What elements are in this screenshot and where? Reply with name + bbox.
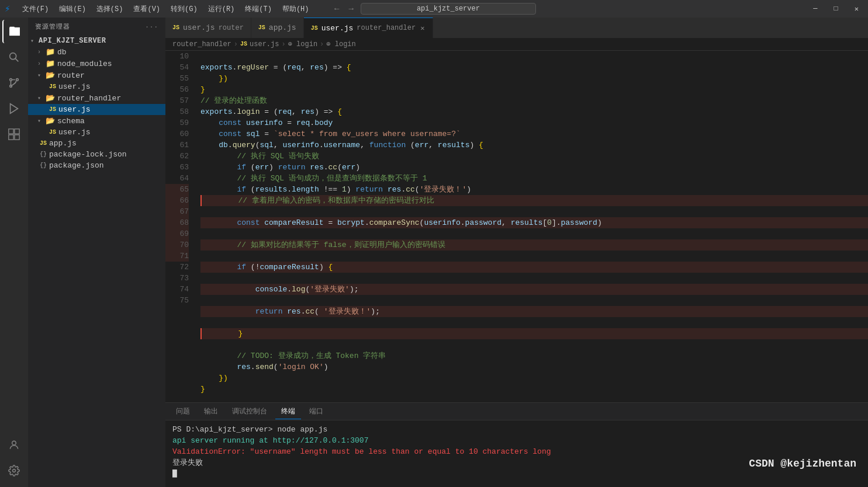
tree-label-router: router <box>57 71 85 80</box>
terminal-cursor: █ <box>172 468 861 479</box>
svg-rect-9 <box>9 135 13 140</box>
menu-bar: 文件(F) 编辑(E) 选择(S) 查看(V) 转到(G) 运行(R) 终端(T… <box>18 3 314 15</box>
menu-edit[interactable]: 编辑(E) <box>54 3 91 15</box>
tree-item-schema[interactable]: ▾ 📂 schema <box>28 115 165 127</box>
folder-icon: 📁 <box>46 47 55 57</box>
breadcrumb-userjs[interactable]: user.js <box>250 40 279 48</box>
svg-rect-8 <box>15 129 19 134</box>
panel-tabs: 问题 输出 调试控制台 终端 端口 <box>165 403 868 420</box>
nav-forward-button[interactable]: → <box>347 3 356 15</box>
json-file-icon: {} <box>40 162 47 169</box>
title-bar-right: — □ ✕ <box>536 4 863 15</box>
tree-label-router-handler: router_handler <box>57 94 121 103</box>
activity-bar <box>0 18 28 487</box>
svg-point-1 <box>10 53 16 60</box>
sidebar-title: 资源管理器 <box>35 22 70 31</box>
tree-item-node-modules[interactable]: › 📁 node_modules <box>28 58 165 69</box>
tree-label-pkg: package.json <box>49 161 104 170</box>
breadcrumb-router-handler[interactable]: router_handler <box>172 40 231 48</box>
tab-user-router[interactable]: JS user.js router <box>165 18 251 38</box>
tree-label-appjs: app.js <box>49 139 77 148</box>
menu-help[interactable]: 帮助(H) <box>278 3 314 15</box>
chevron-right-icon: › <box>37 61 46 67</box>
tree-item-pkglock[interactable]: {} package-lock.json <box>28 149 165 160</box>
tab-label-user-router: user.js <box>183 23 215 32</box>
tree-item-db[interactable]: › 📁 db <box>28 46 165 58</box>
svg-point-5 <box>10 79 12 81</box>
title-bar-center: ← → api_kjzt_server <box>332 3 536 15</box>
tree-label-schema: schema <box>57 117 85 126</box>
tree-item-schema-userjs[interactable]: JS user.js <box>28 127 165 138</box>
breadcrumb-js-icon: JS <box>240 41 247 47</box>
search-icon[interactable] <box>2 46 26 69</box>
tree-item-appjs[interactable]: JS app.js <box>28 138 165 149</box>
chevron-down-icon: ▾ <box>37 72 46 79</box>
watermark: CSDN @kejizhentan <box>749 458 856 469</box>
code-text[interactable]: exports.regUser = (req, res) => { }) } /… <box>193 51 868 402</box>
js-tab-icon: JS <box>258 25 265 31</box>
tree-label-router-userjs: user.js <box>58 82 91 91</box>
close-button[interactable]: ✕ <box>850 4 863 15</box>
svg-marker-6 <box>11 104 18 114</box>
breadcrumb-sep2: › <box>281 40 285 48</box>
menu-select[interactable]: 选择(S) <box>92 3 128 15</box>
tree-item-router-userjs[interactable]: JS user.js <box>28 81 165 92</box>
tree-label-root: API_KJZT_SERVER <box>39 37 106 45</box>
menu-goto[interactable]: 转到(G) <box>166 3 202 15</box>
tree-label-pkglock: package-lock.json <box>49 150 127 159</box>
search-bar[interactable]: api_kjzt_server <box>361 3 536 15</box>
tree-item-router[interactable]: ▾ 📂 router <box>28 69 165 81</box>
explorer-icon[interactable] <box>2 20 26 43</box>
sidebar-header: 资源管理器 ··· <box>28 18 165 36</box>
code-editor: 10 54 55 56 57 58 59 60 61 62 63 64 65 6… <box>165 51 868 402</box>
tab-user-handler[interactable]: JS user.js router_handler ✕ <box>304 18 434 38</box>
breadcrumb-login1[interactable]: ⊕ login <box>288 40 317 48</box>
tree-item-pkg[interactable]: {} package.json <box>28 160 165 171</box>
tree-item-handler-userjs[interactable]: JS user.js <box>28 104 165 115</box>
tab-appjs[interactable]: JS app.js <box>251 18 304 38</box>
tree-item-root[interactable]: ▾ API_KJZT_SERVER <box>28 36 165 46</box>
tab-label-appjs: app.js <box>269 23 296 32</box>
folder-open-icon: 📂 <box>46 116 55 126</box>
menu-run[interactable]: 运行(R) <box>203 3 240 15</box>
git-icon[interactable] <box>2 71 26 95</box>
vscode-logo: ⚡ <box>5 3 11 15</box>
js-file-icon: JS <box>49 129 56 135</box>
minimize-button[interactable]: — <box>808 4 822 15</box>
nav-back-button[interactable]: ← <box>332 3 341 15</box>
title-bar: ⚡ 文件(F) 编辑(E) 选择(S) 查看(V) 转到(G) 运行(R) 终端… <box>0 0 868 18</box>
account-icon[interactable] <box>2 433 26 457</box>
debug-icon[interactable] <box>2 97 26 120</box>
tab-close-button[interactable]: ✕ <box>419 23 426 34</box>
menu-view[interactable]: 查看(V) <box>129 3 165 15</box>
editor-area: JS user.js router JS app.js JS user.js r… <box>165 18 868 487</box>
panel: 问题 输出 调试控制台 终端 端口 PS D:\api_kjzt_server>… <box>165 402 868 487</box>
file-tree: ▾ API_KJZT_SERVER › 📁 db › 📁 node_module… <box>28 36 165 487</box>
settings-icon[interactable] <box>2 459 26 482</box>
extensions-icon[interactable] <box>2 123 26 146</box>
maximize-button[interactable]: □ <box>829 4 843 15</box>
chevron-down-icon: ▾ <box>37 117 46 124</box>
panel-tab-problems[interactable]: 问题 <box>170 404 196 419</box>
tree-item-router-handler[interactable]: ▾ 📂 router_handler <box>28 92 165 104</box>
chevron-right-icon: › <box>37 49 46 55</box>
sidebar: 资源管理器 ··· ▾ API_KJZT_SERVER › 📁 db › 📁 n… <box>28 18 165 487</box>
tree-label-db: db <box>57 48 67 57</box>
sidebar-options-button[interactable]: ··· <box>145 23 158 30</box>
terminal-success: api server running at http://127.0.0.1:3… <box>172 435 861 446</box>
line-numbers: 10 54 55 56 57 58 59 60 61 62 63 64 65 6… <box>165 51 193 402</box>
code-content[interactable]: 10 54 55 56 57 58 59 60 61 62 63 64 65 6… <box>165 51 868 402</box>
panel-tab-output[interactable]: 输出 <box>198 404 224 419</box>
terminal-error: ValidationError: "username" length must … <box>172 446 861 457</box>
menu-terminal[interactable]: 终端(T) <box>240 3 276 15</box>
json-file-icon: {} <box>40 151 47 158</box>
tree-label-schema-userjs: user.js <box>58 128 91 137</box>
breadcrumb-sep: › <box>234 40 238 48</box>
panel-tab-debug[interactable]: 调试控制台 <box>226 404 273 419</box>
panel-tab-ports[interactable]: 端口 <box>303 404 329 419</box>
breadcrumb-login2[interactable]: ⊕ login <box>326 40 355 48</box>
menu-file[interactable]: 文件(F) <box>18 3 54 15</box>
tree-label-handler-userjs: user.js <box>58 105 91 114</box>
breadcrumb: router_handler › JS user.js › ⊕ login › … <box>165 38 868 51</box>
panel-tab-terminal[interactable]: 终端 <box>275 404 301 419</box>
